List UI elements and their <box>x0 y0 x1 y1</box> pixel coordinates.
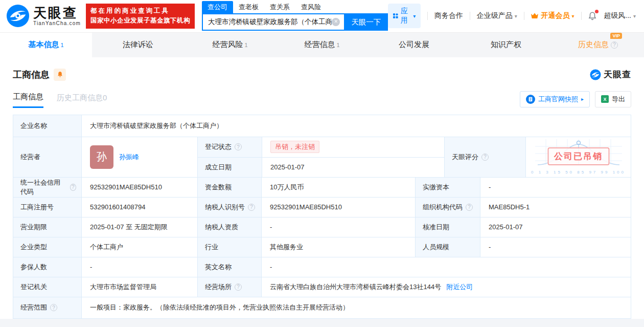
slogan-line2: 国家中小企业发展子基金旗下机构 <box>90 16 190 26</box>
notification-dot <box>595 10 599 13</box>
table-row: 营业期限 2025-01-07 至 无固定期限 纳税人资质 - 核准日期 202… <box>13 217 631 237</box>
term-value: 2025-01-07 至 无固定期限 <box>81 217 197 237</box>
chevron-down-icon: ▾ <box>633 13 636 19</box>
taxq-value: - <box>261 217 415 237</box>
field-label: 英文名称 <box>197 257 261 277</box>
en-name-value: - <box>261 257 631 277</box>
chevron-down-icon: ▾ <box>571 13 574 19</box>
nav-enterprise-products[interactable]: 企业级产品 ▾ <box>477 11 517 20</box>
approve-value: 2025-01-07 <box>480 217 631 237</box>
top-header: 天眼查 TianYanCha.com 都在用的商业查询工具 国家中小企业发展子基… <box>0 0 644 32</box>
score-label: 天眼评分 <box>452 152 478 162</box>
export-button[interactable]: X 导出 <box>595 91 631 107</box>
official-snapshot-button[interactable]: 工商官网快照 ▸ <box>520 91 590 107</box>
field-label: 纳税人识别号 ? <box>197 198 261 217</box>
search-input[interactable] <box>208 18 332 26</box>
tab-count: 1 <box>244 42 247 48</box>
search-tab-boss[interactable]: 查老板 <box>233 1 264 13</box>
capital-value: 10万人民币 <box>261 178 415 197</box>
clear-icon[interactable]: × <box>332 18 340 26</box>
type-value: 个体工商户 <box>81 237 197 257</box>
authority-value: 大理市市场监督管理局 <box>81 277 197 297</box>
tab-legal[interactable]: 法律诉讼 <box>92 33 184 57</box>
tab-label: 历史信息 <box>578 40 609 50</box>
search-tab-relation[interactable]: 查关系 <box>264 1 295 13</box>
est-date-value: 2025-01-07 <box>262 157 445 177</box>
field-label: 经营范围 ? <box>13 297 81 318</box>
field-label: 组织机构代码 ? <box>415 198 480 217</box>
field-label: 人员规模 <box>415 237 480 257</box>
regno-value: 532901601408794 <box>81 198 197 217</box>
reg-status-label: 登记状态 <box>205 142 232 151</box>
subtab-business-info[interactable]: 工商信息 <box>13 92 43 108</box>
slogan-line1: 都在用的商业查询工具 <box>90 6 190 16</box>
taxid-label: 纳税人识别号 <box>205 203 245 212</box>
operator-cell: 孙 孙振峰 <box>81 137 197 177</box>
cooperation-label: 商务合作 <box>434 11 463 20</box>
field-label: 纳税人资质 <box>197 217 261 237</box>
search-button[interactable]: 天眼一下 <box>344 13 388 31</box>
tab-company-development[interactable]: 公司发展 <box>368 33 460 57</box>
monitor-bell-button[interactable] <box>54 69 66 81</box>
table-row: 登记机关 大理市市场监督管理局 经营场所 ? 云南省大理白族自治州大理市湾桥镇云… <box>13 277 631 297</box>
help-icon[interactable]: ? <box>248 204 255 211</box>
tab-intellectual-property[interactable]: 知识产权 <box>460 33 552 57</box>
arrow-right-icon: ▸ <box>581 96 584 102</box>
brand-domain: TianYanCha.com <box>33 20 81 26</box>
field-label: 行业 <box>197 237 261 257</box>
help-icon[interactable]: ? <box>611 41 618 49</box>
business-info-table: 企业名称 大理市湾桥镇破壁家政服务部（个体工商户） 经营者 孙 孙振峰 登记状态… <box>13 115 631 319</box>
field-label: 营业期限 <box>13 217 81 237</box>
tab-business-info[interactable]: 经营信息1 <box>276 33 368 57</box>
help-icon[interactable]: ? <box>466 204 473 211</box>
tab-label: 经营信息 <box>304 40 335 50</box>
main-content: 工商信息 天眼查 工商信息 历史工商信息0 <box>0 57 644 319</box>
tab-history-info[interactable]: 历史信息 ? VIP <box>552 33 644 57</box>
brand-slogan: 都在用的商业查询工具 国家中小企业发展子基金旗下机构 <box>86 4 195 29</box>
open-vip[interactable]: 开通会员 ▾ <box>531 11 574 20</box>
subtab-history-business-info[interactable]: 历史工商信息0 <box>57 93 107 107</box>
premises-cell: 云南省大理白族自治州大理市湾桥镇云峰村委会13社144号 附近公司 <box>261 277 631 297</box>
help-icon[interactable]: ? <box>50 304 57 311</box>
premises-value: 云南省大理白族自治州大理市湾桥镇云峰村委会13社144号 <box>270 282 441 292</box>
tab-label: 基本信息 <box>28 40 59 50</box>
search-tab-risk[interactable]: 查风险 <box>295 1 327 13</box>
help-icon[interactable]: ? <box>235 143 242 150</box>
help-icon[interactable]: ? <box>235 284 242 291</box>
section-header: 工商信息 天眼查 <box>13 69 631 81</box>
nearby-companies-link[interactable]: 附近公司 <box>446 282 473 292</box>
search-tab-company[interactable]: 查公司 <box>202 1 233 13</box>
tianyancha-logo-icon <box>590 69 601 80</box>
tab-basic-info[interactable]: 基本信息1 <box>0 33 92 57</box>
taxid-value: 92532901MAE85DH510 <box>261 198 415 217</box>
field-label: 登记机关 <box>13 277 81 297</box>
tab-business-risk[interactable]: 经营风险1 <box>184 33 276 57</box>
orgcode-value: MAE85DH5-1 <box>480 198 631 217</box>
nav-cooperation[interactable]: 商务合作 <box>434 11 463 20</box>
crown-icon <box>531 12 539 19</box>
notification-bell[interactable] <box>588 11 597 20</box>
reg-status-cell: 吊销，未注销 <box>262 137 445 157</box>
operator-name-link[interactable]: 孙振峰 <box>119 152 139 162</box>
field-label: 企业类型 <box>13 237 81 257</box>
table-row: 企业名称 大理市湾桥镇破壁家政服务部（个体工商户） <box>13 115 631 137</box>
field-label: 经营场所 ? <box>197 277 261 297</box>
field-label: 资金数额 <box>197 178 261 197</box>
tab-count: 1 <box>336 42 339 48</box>
help-icon[interactable]: ? <box>481 154 489 161</box>
open-vip-label: 开通会员 <box>541 11 569 20</box>
tianyancha-logo[interactable]: 天眼查 TianYanCha.com <box>6 4 81 28</box>
search-area: 查公司 查老板 查关系 查风险 × 天眼一下 <box>202 1 388 31</box>
help-icon[interactable]: ? <box>70 184 76 191</box>
tianyancha-watermark: 天眼查 <box>590 69 631 80</box>
apps-menu[interactable]: 应用 ▾ <box>388 4 421 28</box>
vip-badge: VIP <box>610 33 622 39</box>
table-row: 经营者 孙 孙振峰 登记状态 ? 吊销，未注销 成立日期 2025-01-07 <box>13 137 631 177</box>
avatar[interactable]: 孙 <box>90 145 113 169</box>
user-account-menu[interactable]: 超级风... ▾ <box>604 11 636 20</box>
section-title: 工商信息 <box>13 69 50 81</box>
excel-icon: X <box>601 95 609 103</box>
watermark-text: 天眼查 <box>604 69 631 80</box>
field-label: 天眼评分 ? <box>444 137 525 177</box>
paidin-value: - <box>480 178 631 197</box>
